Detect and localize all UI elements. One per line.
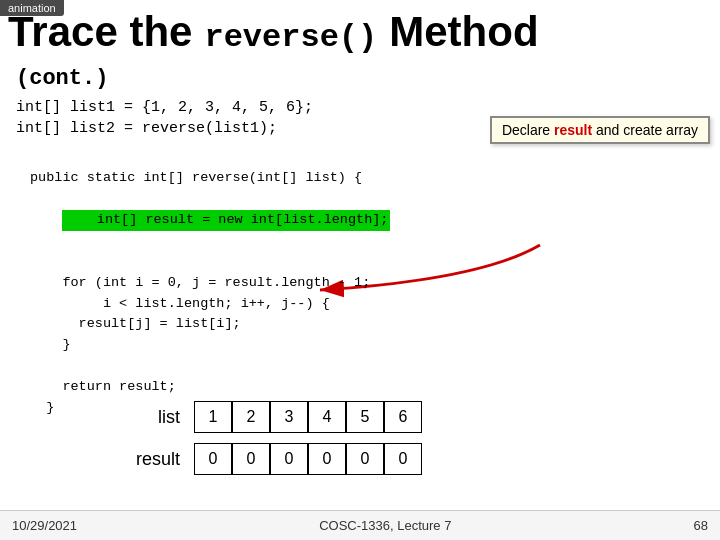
title-area: Trace the reverse() Method (8, 8, 720, 56)
result-cell: 0 (346, 443, 384, 475)
callout-keyword: result (554, 122, 592, 138)
code-line3 (30, 252, 390, 273)
subtitle-cont: (cont.) (16, 64, 313, 95)
code-highlighted: int[] result = new int[list.length]; (62, 210, 390, 231)
list-cell: 5 (346, 401, 384, 433)
result-cell: 0 (232, 443, 270, 475)
result-cell: 0 (194, 443, 232, 475)
code-line5: i < list.length; i++, j--) { (30, 294, 390, 315)
code-line6: result[j] = list[i]; (30, 314, 390, 335)
code-line1: public static int[] reverse(int[] list) … (30, 168, 390, 189)
subtitle-line1: int[] list1 = {1, 2, 3, 4, 5, 6}; (16, 97, 313, 118)
result-cell: 0 (384, 443, 422, 475)
callout-text-before: Declare (502, 122, 554, 138)
result-array-row: result 000000 (80, 443, 710, 475)
list-cell: 1 (194, 401, 232, 433)
footer-page: 68 (694, 518, 708, 533)
footer-course: COSC-1336, Lecture 7 (319, 518, 451, 533)
result-array-cells: 000000 (194, 443, 422, 475)
list-array-row: list 123456 (80, 401, 710, 433)
code-line7: } (30, 335, 390, 356)
code-area: public static int[] reverse(int[] list) … (30, 168, 390, 419)
callout-text-after: and create array (592, 122, 698, 138)
subtitle-area: (cont.) int[] list1 = {1, 2, 3, 4, 5, 6}… (16, 64, 313, 139)
list-cell: 4 (308, 401, 346, 433)
title-reverse: reverse() (204, 19, 377, 56)
callout-box: Declare result and create array (490, 116, 710, 144)
title-trace: Trace the (8, 9, 192, 55)
result-cell: 0 (308, 443, 346, 475)
code-line8 (30, 356, 390, 377)
list-cell: 3 (270, 401, 308, 433)
title-method: Method (389, 8, 538, 56)
arrays-area: list 123456 result 000000 (80, 401, 710, 485)
subtitle-line2: int[] list2 = reverse(list1); (16, 118, 313, 139)
list-array-cells: 123456 (194, 401, 422, 433)
code-line9: return result; (30, 377, 390, 398)
list-array-label: list (80, 407, 180, 428)
bottom-bar: 10/29/2021 COSC-1336, Lecture 7 68 (0, 510, 720, 540)
list-cell: 2 (232, 401, 270, 433)
code-line4: for (int i = 0, j = result.length - 1; (30, 273, 390, 294)
code-line2: int[] result = new int[list.length]; (30, 189, 390, 252)
list-cell: 6 (384, 401, 422, 433)
result-cell: 0 (270, 443, 308, 475)
result-array-label: result (80, 449, 180, 470)
footer-date: 10/29/2021 (12, 518, 77, 533)
